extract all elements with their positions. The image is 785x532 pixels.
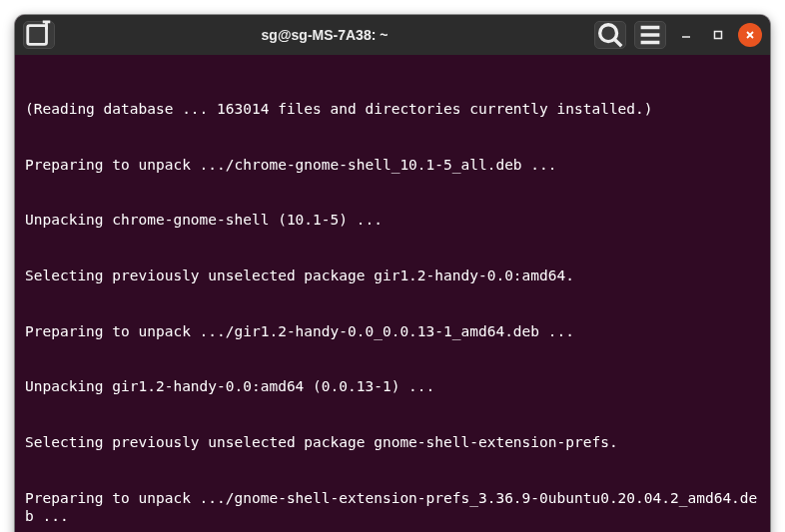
- titlebar: sg@sg-MS-7A38: ~: [15, 15, 770, 55]
- output-line: (Reading database ... 163014 files and d…: [25, 100, 760, 119]
- terminal-body[interactable]: (Reading database ... 163014 files and d…: [15, 55, 770, 532]
- output-line: Selecting previously unselected package …: [25, 266, 760, 285]
- output-line: Preparing to unpack .../gnome-shell-exte…: [25, 489, 760, 526]
- titlebar-right: [594, 21, 762, 49]
- svg-point-3: [600, 25, 617, 42]
- output-line: Unpacking chrome-gnome-shell (10.1-5) ..…: [25, 211, 760, 230]
- titlebar-left: [23, 21, 55, 49]
- output-line: Preparing to unpack .../gir1.2-handy-0.0…: [25, 322, 760, 341]
- close-button[interactable]: [738, 23, 762, 47]
- output-line: Selecting previously unselected package …: [25, 433, 760, 452]
- window-title: sg@sg-MS-7A38: ~: [63, 27, 586, 43]
- output-line: Preparing to unpack .../chrome-gnome-she…: [25, 156, 760, 175]
- terminal-window: sg@sg-MS-7A38: ~: [15, 15, 770, 532]
- menu-button[interactable]: [634, 21, 666, 49]
- svg-rect-0: [28, 26, 47, 45]
- svg-line-4: [615, 40, 622, 47]
- search-button[interactable]: [594, 21, 626, 49]
- output-line: Unpacking gir1.2-handy-0.0:amd64 (0.0.13…: [25, 377, 760, 396]
- new-tab-button[interactable]: [23, 21, 55, 49]
- maximize-button[interactable]: [706, 23, 730, 47]
- minimize-button[interactable]: [674, 23, 698, 47]
- svg-rect-9: [715, 32, 722, 39]
